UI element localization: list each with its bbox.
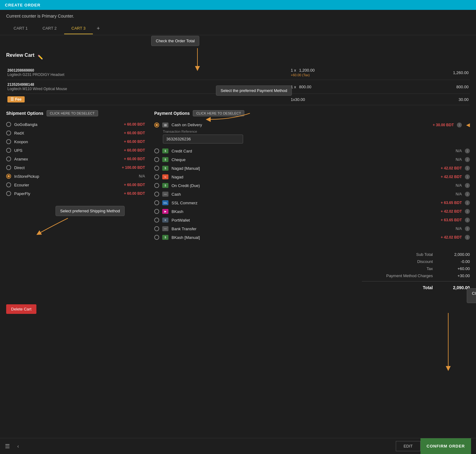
nagad-info-icon[interactable]: i	[465, 174, 470, 179]
radio-cheque[interactable]	[154, 157, 159, 162]
app-title: CREATE ORDER	[5, 3, 40, 7]
ship-option-redx[interactable]: RedX + 60.00 BDT	[6, 129, 145, 137]
pay-option-cc[interactable]: $ Credit Card N/A i	[154, 147, 470, 155]
payment-charges-value: +30.00	[445, 273, 470, 278]
radio-redx[interactable]	[6, 131, 11, 135]
pay-option-cash[interactable]: — Cash N/A i	[154, 190, 470, 198]
radio-nagad[interactable]	[154, 174, 159, 179]
total-value: 2,090.00	[445, 285, 470, 290]
back-icon[interactable]: ‹	[17, 444, 19, 449]
payment-deselect-btn[interactable]: CLICK HERE TO DESELECT	[193, 110, 244, 116]
fee-total: 30.00	[393, 94, 470, 105]
radio-cc[interactable]	[154, 148, 159, 153]
confirm-order-button[interactable]: CONFIRM ORDER	[420, 438, 471, 454]
cod-info-icon[interactable]: i	[457, 123, 462, 127]
radio-ups[interactable]	[6, 148, 11, 153]
sub-total-label: Sub Total	[371, 252, 433, 257]
credit-info-icon[interactable]: i	[465, 183, 470, 188]
bkash-info-icon[interactable]: i	[465, 209, 470, 214]
nagad-manual-info-icon[interactable]: i	[465, 166, 470, 171]
radio-portwallet[interactable]	[154, 218, 159, 223]
pay-option-nagad-manual[interactable]: $ Nagad [Manual] + 42.02 BDT i	[154, 164, 470, 173]
radio-bkash[interactable]	[154, 209, 159, 214]
shipment-title: Shipment Options	[6, 111, 43, 116]
sub-total-value: 2,000.00	[445, 252, 470, 257]
credit-icon: $	[162, 183, 168, 188]
nagad-icon: N	[162, 174, 168, 179]
bkash-manual-info-icon[interactable]: i	[465, 235, 470, 240]
ship-option-instorepickup[interactable]: InStorePickup N/A	[6, 172, 145, 181]
radio-instorepickup[interactable]	[6, 174, 11, 179]
nagad-manual-icon: $	[162, 166, 168, 171]
ship-option-ecourier[interactable]: Ecourier + 60.00 BDT	[6, 181, 145, 189]
cash-info-icon[interactable]: i	[465, 192, 470, 197]
pay-option-bkash[interactable]: ▶ BKash + 42.02 BDT i	[154, 207, 470, 216]
cheque-icon: $	[162, 157, 168, 162]
radio-ecourier[interactable]	[6, 182, 11, 187]
item-price-2: 800.00	[299, 85, 311, 89]
radio-gogobangla[interactable]	[6, 122, 11, 127]
radio-nagad-manual[interactable]	[154, 166, 159, 171]
bottom-right-controls: EDIT CONFIRM ORDER	[396, 438, 471, 454]
tab-cart3[interactable]: CART 3	[64, 23, 93, 34]
radio-paperfly[interactable]	[6, 191, 11, 196]
tab-add[interactable]: +	[93, 22, 104, 35]
pay-option-cheque[interactable]: $ Cheque N/A i	[154, 155, 470, 164]
ship-option-paperfly[interactable]: PaperFly + 60.00 BDT	[6, 189, 145, 198]
ship-option-aramex[interactable]: Aramex + 60.00 BDT	[6, 155, 145, 163]
bank-icon: —	[162, 226, 168, 231]
item-total-2: 800.00	[393, 80, 470, 94]
bottom-bar: ☰ ‹ EDIT CONFIRM ORDER	[0, 438, 476, 454]
pay-option-portwallet[interactable]: ≡ PortWallet + 63.65 BDT i	[154, 216, 470, 224]
table-row: 2601208669860 Logitech G231 PRODIGY Head…	[6, 65, 470, 80]
radio-credit[interactable]	[154, 183, 159, 188]
pay-option-credit[interactable]: $ On Credit (Due) N/A i	[154, 181, 470, 190]
ssl-info-icon[interactable]: i	[465, 200, 470, 205]
pay-option-bank[interactable]: — Bank Transfer N/A i	[154, 224, 470, 233]
totals-divider	[362, 281, 470, 281]
payment-title: Payment Options	[154, 111, 190, 116]
top-bar: CREATE ORDER	[0, 0, 476, 10]
tab-cart1[interactable]: CART 1	[6, 23, 35, 34]
radio-direct[interactable]	[6, 165, 11, 170]
radio-koopon[interactable]	[6, 139, 11, 144]
pay-option-ssl[interactable]: SSL SSL Commerz + 63.65 BDT i	[154, 198, 470, 207]
ssl-icon: SSL	[162, 200, 168, 205]
shipment-deselect-btn[interactable]: CLICK HERE TO DESELECT	[47, 110, 98, 116]
delete-cart-btn[interactable]: Delete Cart	[6, 304, 36, 314]
item-code-1: 2601208669860	[7, 68, 288, 73]
totals-section: Sub Total 2,000.00 Discount -0.00 Tax +6…	[6, 248, 470, 292]
radio-ssl[interactable]	[154, 200, 159, 205]
two-col-layout: Shipment Options CLICK HERE TO DESELECT …	[6, 110, 470, 242]
edit-button[interactable]: EDIT	[396, 441, 420, 451]
pay-option-cod[interactable]: ▤ Cash on Delivery + 30.00 BDT i ◀	[154, 120, 470, 130]
portwallet-info-icon[interactable]: i	[465, 218, 470, 223]
bkash-manual-icon: $	[162, 235, 168, 240]
payment-charges-label: Payment Method Charges	[371, 273, 433, 278]
ship-option-direct[interactable]: Direct + 100.00 BDT	[6, 163, 145, 172]
hamburger-icon[interactable]: ☰	[5, 443, 10, 450]
shipment-header: Shipment Options CLICK HERE TO DESELECT	[6, 110, 145, 116]
ship-option-koopon[interactable]: Koopon + 60.00 BDT	[6, 137, 145, 146]
radio-bkash-manual[interactable]	[154, 235, 159, 240]
ship-option-ups[interactable]: UPS + 60.00 BDT	[6, 146, 145, 155]
main-content: Check the Order Total Review Cart ✏️ 260…	[0, 35, 476, 344]
bank-info-icon[interactable]: i	[465, 226, 470, 231]
pay-option-bkash-manual[interactable]: $ BKash [Manual] + 42.02 BDT i	[154, 233, 470, 242]
trans-ref-input[interactable]	[163, 135, 243, 144]
tab-cart2[interactable]: CART 2	[35, 23, 64, 34]
cc-info-icon[interactable]: i	[465, 148, 470, 153]
ship-option-gogobangla[interactable]: GoGoBangla + 60.00 BDT	[6, 120, 145, 129]
item-name-1: Logitech G231 PRODIGY Headset	[7, 73, 288, 77]
radio-aramex[interactable]	[6, 156, 11, 161]
edit-icon[interactable]: ✏️	[38, 55, 43, 60]
radio-cash[interactable]	[154, 192, 159, 197]
counter-info: Current counter is Primary Counter.	[0, 10, 476, 22]
radio-cod[interactable]	[154, 123, 159, 127]
cash-icon: —	[162, 192, 168, 197]
tax-value: +60.00	[445, 266, 470, 271]
radio-bank[interactable]	[154, 226, 159, 231]
pay-option-nagad[interactable]: N Nagad + 42.02 BDT i	[154, 173, 470, 181]
trans-ref-label: Transaction Reference	[163, 130, 470, 133]
cheque-info-icon[interactable]: i	[465, 157, 470, 162]
